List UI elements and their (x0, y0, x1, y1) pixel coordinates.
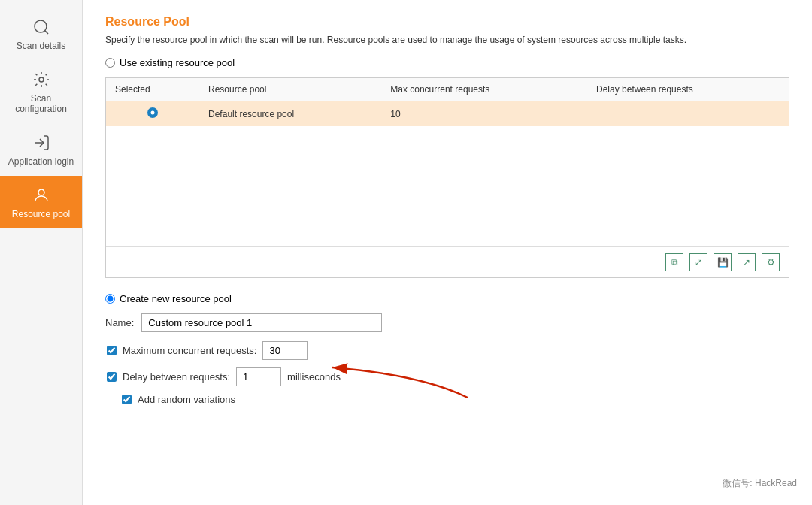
table-row[interactable]: Default resource pool 10 (106, 101, 789, 127)
max-concurrent-checkbox[interactable] (107, 346, 117, 355)
max-concurrent-input[interactable] (262, 341, 308, 360)
name-row: Name: (105, 313, 789, 332)
random-variations-label: Add random variations (138, 394, 235, 405)
row-selected-cell (106, 101, 199, 127)
use-existing-radio[interactable] (105, 58, 115, 68)
selected-radio-indicator (147, 107, 158, 118)
name-input[interactable] (141, 313, 382, 332)
sidebar-item-scan-configuration-label: Scan configuration (6, 93, 76, 114)
row-pool-name: Default resource pool (199, 101, 381, 127)
svg-point-4 (38, 189, 44, 195)
scan-details-icon (31, 17, 52, 38)
delay-checkbox[interactable] (107, 372, 117, 382)
resource-pool-icon (31, 185, 52, 206)
create-new-radio-label[interactable]: Create new resource pool (105, 293, 789, 304)
toolbar-save-button[interactable]: 💾 (714, 253, 732, 271)
max-concurrent-label: Maximum concurrent requests: (123, 345, 256, 356)
col-selected: Selected (106, 78, 199, 101)
random-variations-checkbox[interactable] (122, 395, 132, 404)
table-toolbar: ⧉ ⤢ 💾 ↗ ⚙ (106, 246, 789, 277)
col-delay: Delay between requests (587, 78, 789, 101)
row-delay (587, 101, 789, 127)
sidebar-item-resource-pool-label: Resource pool (12, 209, 70, 219)
delay-row: Delay between requests: milliseconds (107, 367, 789, 386)
svg-line-1 (44, 31, 47, 34)
page-title: Resource Pool (105, 15, 789, 29)
sidebar-item-scan-details-label: Scan details (17, 41, 65, 51)
sidebar-item-scan-details[interactable]: Scan details (0, 8, 82, 60)
name-label: Name: (105, 317, 134, 328)
delay-unit-label: milliseconds (287, 371, 341, 383)
toolbar-expand-button[interactable]: ⤢ (689, 253, 707, 271)
random-variations-row: Add random variations (122, 394, 789, 405)
delay-label: Delay between requests: (123, 371, 230, 383)
resource-pool-table-container: Selected Resource pool Max concurrent re… (105, 77, 789, 278)
create-new-section: Create new resource pool Name: Maximum c… (105, 293, 789, 405)
use-existing-radio-label[interactable]: Use existing resource pool (105, 57, 789, 68)
main-content: Resource Pool Specify the resource pool … (83, 0, 812, 505)
col-max-concurrent: Max concurrent requests (381, 78, 587, 101)
toolbar-export-button[interactable]: ↗ (738, 253, 756, 271)
toolbar-settings-button[interactable]: ⚙ (762, 253, 780, 271)
sidebar: Scan details Scan configuration Applicat… (0, 0, 83, 505)
svg-point-0 (35, 20, 47, 32)
svg-point-2 (39, 77, 44, 82)
row-max-concurrent: 10 (381, 101, 587, 127)
sidebar-item-scan-configuration[interactable]: Scan configuration (0, 60, 82, 123)
sidebar-item-application-login[interactable]: Application login (0, 123, 82, 176)
scan-configuration-icon (31, 69, 52, 90)
page-description: Specify the resource pool in which the s… (105, 35, 782, 45)
create-new-radio[interactable] (105, 294, 115, 304)
delay-input[interactable] (236, 367, 281, 386)
sidebar-item-resource-pool[interactable]: Resource pool (0, 176, 82, 228)
max-concurrent-row: Maximum concurrent requests: (107, 341, 789, 360)
application-login-icon (31, 132, 52, 153)
toolbar-copy-button[interactable]: ⧉ (665, 253, 683, 271)
sidebar-item-application-login-label: Application login (8, 156, 74, 167)
col-resource-pool: Resource pool (199, 78, 381, 101)
create-new-label: Create new resource pool (120, 293, 232, 304)
use-existing-label: Use existing resource pool (120, 57, 235, 68)
resource-pool-table: Selected Resource pool Max concurrent re… (106, 78, 789, 246)
